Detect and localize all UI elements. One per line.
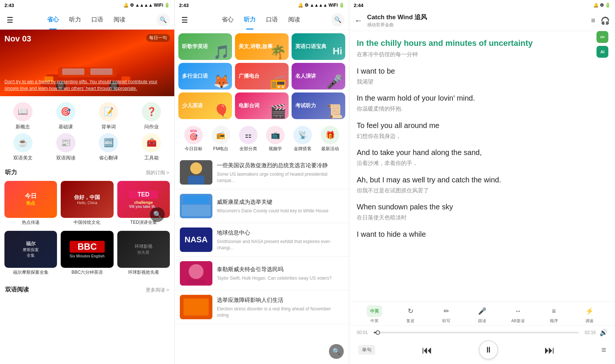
tab-kouyu-1[interactable]: 口语 [86, 13, 108, 27]
mini-icon-video-label: 视频学 [269, 146, 282, 152]
lyric-line-4: To feel you all around me 幻想你在我身边， [357, 120, 608, 141]
card-china[interactable]: 你好，中国Hello, China 中国传统文化 [61, 181, 113, 227]
back-button[interactable]: ← [354, 16, 363, 26]
cat-exam[interactable]: 考试听力 📜 [292, 92, 345, 119]
tab-tingli-2[interactable]: 听力 [239, 13, 261, 27]
icon-translate[interactable]: 🔤 省心翻译 [89, 133, 129, 161]
player-ctrl-speed[interactable]: ⚡ 调速 [582, 305, 597, 324]
cat-celebrity[interactable]: 名人演讲 🎤 [292, 63, 345, 90]
cat-sing-english[interactable]: 听歌学英语 🎵 [178, 33, 232, 60]
cat-radio[interactable]: 广播电台 📻 [235, 63, 289, 90]
tab-yuedu-1[interactable]: 阅读 [108, 13, 131, 27]
card-bbc[interactable]: BBCSix Minutes English BBC六分钟英语 [61, 231, 113, 277]
card-world[interactable]: 环球影视抢先看 环球影视抢先看 [117, 231, 170, 277]
mini-icon-video[interactable]: 📺 视频学 [266, 126, 285, 152]
time-current: 00:01 [357, 330, 370, 335]
ai-badge[interactable]: AI [596, 46, 608, 58]
next-button[interactable]: ⏭ [544, 344, 555, 356]
cat-label-oral: 英语口语宝典 [295, 43, 326, 50]
svg-rect-15 [182, 205, 211, 216]
ctrl-icon-zhen: 中英 [367, 305, 382, 317]
icon-new-concept[interactable]: 📖 新概念 [3, 102, 43, 130]
mini-icon-all-categories[interactable]: ⚏ 全部分类 [239, 126, 258, 152]
cat-children[interactable]: 少儿英语 🎈 [178, 92, 232, 119]
player-ctrl-ab[interactable]: ↔ AB复读 [510, 305, 526, 324]
playlist-button[interactable]: ≡ [601, 345, 606, 355]
svg-rect-13 [188, 176, 204, 185]
ctrl-icon-ab: ↔ [510, 305, 526, 317]
tab-kouyu-2[interactable]: 口语 [261, 13, 283, 27]
nav-bar-1: ☰ 省心 听力 口语 阅读 🔍 [0, 10, 174, 30]
player-ctrl-listenwrite[interactable]: ✏ 听写 [438, 305, 454, 324]
ctrl-label-repeat: 复述 [406, 318, 414, 324]
search-button-1[interactable]: 🔍 [157, 13, 170, 27]
player-ctrl-zhen[interactable]: 中英 中英 [367, 305, 382, 324]
card-detective[interactable]: 福尔摩斯探案全集 福尔摩斯探案全集 [4, 231, 57, 277]
mini-icon-today-goal-label: 今日目标 [185, 146, 202, 152]
song-title: Catch the Wind 追风 [367, 13, 587, 21]
icon-homework[interactable]: ❓ 问作业 [131, 102, 171, 130]
lyric-en-8: I want to hide a while [357, 229, 608, 240]
player-ctrl-order[interactable]: ≡ 顺序 [546, 305, 562, 324]
icon-basic-course[interactable]: 🎯 基础课 [46, 102, 86, 130]
icon-memorize-words[interactable]: 📝 背单词 [89, 102, 129, 130]
cat-oral-english[interactable]: 英语口语宝典 Hi [292, 33, 345, 60]
time-3: 2:44 [354, 3, 363, 8]
search-float-ted[interactable]: 🔍 [150, 207, 165, 222]
news-item-2[interactable]: 威斯康星成为选举关键 Wisconsin's Dane County could… [175, 189, 349, 223]
player-ctrl-follow[interactable]: 🎤 跟读 [474, 305, 490, 324]
mini-icon-all-categories-label: 全部分类 [239, 146, 257, 152]
news-sub-5: Election stress disorder is a real thing… [217, 306, 344, 318]
icon-label-basic-course: 基础课 [58, 124, 73, 130]
icon-bilingual-read[interactable]: 📰 双语阅读 [46, 133, 86, 161]
play-pause-button[interactable]: ⏸ [479, 340, 498, 360]
news-thumb-3: NASA [180, 228, 212, 252]
mini-icon-fm[interactable]: 📻 FM电台 [212, 126, 230, 152]
news-item-1[interactable]: 一些美国议员敦促激烈的总统竞选言论要冷静 Some US lawmakers u… [175, 156, 349, 189]
mini-icons-row: 0/15 🎯 今日目标 📻 FM电台 ⚏ 全部分类 📺 视频学 📡 金牌搭客 🎁… [175, 123, 349, 156]
icon-bilingual-lit[interactable]: ☕ 双语美文 [3, 133, 43, 161]
tab-tingli-1[interactable]: 听力 [64, 13, 86, 27]
card-hot[interactable]: 今日 热点 热点传递 [4, 181, 57, 227]
mini-icon-gold[interactable]: 📡 金牌搭客 [293, 126, 312, 152]
card-bbc-label: BBC六分钟英语 [61, 268, 113, 277]
tab-shengxin[interactable]: 省心 [42, 13, 64, 27]
lyric-list-icon[interactable]: ≡ [591, 16, 595, 25]
menu-icon-2[interactable]: ☰ [179, 13, 190, 27]
icon-label-memorize-words: 背单词 [101, 124, 116, 130]
tab-yuedu-2[interactable]: 阅读 [283, 13, 305, 27]
news-item-4[interactable]: 泰勒斯威夫特会引导选民吗 Taylor Swift, Hulk Hogan. C… [175, 257, 349, 290]
today-goal-progress: 0/15 [190, 129, 197, 133]
volume-icon[interactable]: 🔊 [599, 328, 608, 337]
tab-shengxin-2[interactable]: 省心 [216, 13, 239, 27]
category-grid: 听歌学英语 🎵 美文,诗歌,故事 🌴 英语口语宝典 Hi 多行业口语 🦊 广播电… [175, 30, 349, 123]
nav-bar-2: ☰ 省心 听力 口语 阅读 🔍 [175, 10, 349, 30]
svg-rect-16 [184, 196, 209, 204]
prev-button[interactable]: ⏮ [422, 344, 432, 356]
news-item-5[interactable]: 选举应激障碍影响人们生活 Election stress disorder is… [175, 290, 349, 324]
search-button-2[interactable]: 🔍 [331, 13, 345, 27]
progress-bar[interactable] [374, 332, 579, 333]
cat-movie[interactable]: 电影台词 🎬 [235, 92, 289, 119]
bilingual-link[interactable]: 更多阅读 > [146, 287, 169, 293]
player-section: 中英 中英 ↻ 复述 ✏ 听写 🎤 跟读 ↔ AB复读 ≡ 顺序 [349, 301, 615, 364]
search-float-p2[interactable]: 🔍 [329, 344, 344, 359]
danci-button[interactable]: 单句 [358, 345, 375, 355]
mini-icon-activity[interactable]: 🎁 最新活动 [321, 126, 339, 152]
card-ted[interactable]: TEDchallengeVill you take th... TED演讲全集 … [117, 181, 170, 227]
news-item-3[interactable]: NASA 地球信息中心 Smithsonian and NASA present… [175, 223, 349, 257]
edit-icon[interactable]: ✏ [596, 31, 608, 43]
lyric-nav-icons: ≡ 🎧 [591, 16, 610, 25]
listening-link[interactable]: 我的订阅 > [146, 169, 169, 176]
cat-industry-oral[interactable]: 多行业口语 🦊 [178, 63, 232, 90]
lyric-en-6: Ah, but I may as well try and catch the … [357, 174, 608, 185]
lyric-cn-5: 沿着沙滩，牵着你的手， [357, 159, 608, 168]
menu-icon-1[interactable]: ☰ [4, 13, 16, 27]
status-icons-3: 🔔⚙🔋 [593, 3, 611, 8]
news-title-5: 选举应激障碍影响人们生活 [217, 296, 344, 304]
lyric-headphone-icon[interactable]: 🎧 [601, 16, 610, 25]
cat-poetry-story[interactable]: 美文,诗歌,故事 🌴 [235, 33, 289, 60]
mini-icon-today-goal[interactable]: 0/15 🎯 今日目标 [184, 126, 203, 152]
player-ctrl-repeat[interactable]: ↻ 复述 [403, 305, 418, 324]
icon-toolbox[interactable]: 🧰 工具箱 [131, 133, 171, 161]
